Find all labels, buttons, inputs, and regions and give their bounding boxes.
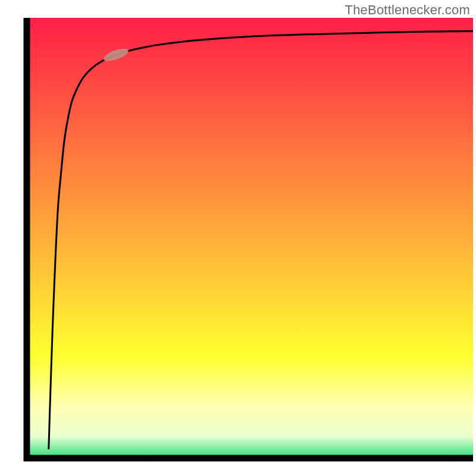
plot-area: [24, 18, 473, 461]
chart-stage: TheBottlenecker.com: [0, 0, 476, 476]
plot-background: [27, 18, 473, 458]
bottleneck-chart: [0, 0, 476, 476]
